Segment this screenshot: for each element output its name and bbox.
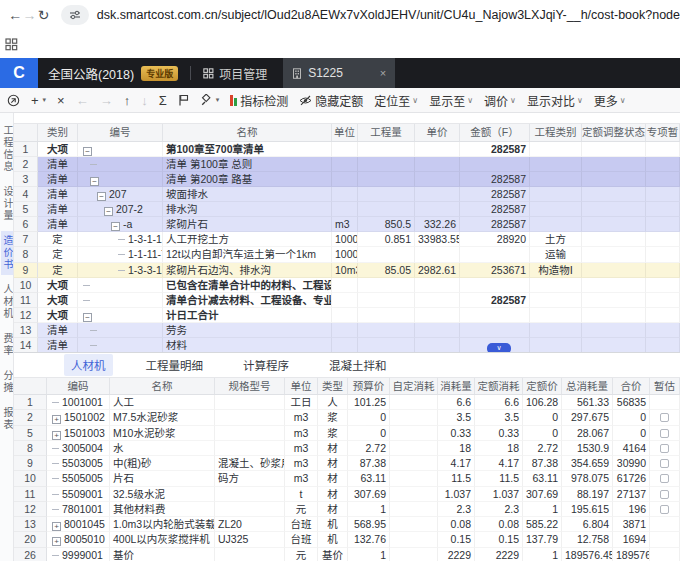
cell-budget-price[interactable]: 1: [348, 548, 390, 561]
expand-icon[interactable]: +: [52, 415, 61, 424]
cell-type[interactable]: 材: [318, 471, 348, 486]
cell-quota-adjust-status[interactable]: [582, 142, 646, 157]
cell-work-class[interactable]: [530, 278, 582, 293]
cell-amount[interactable]: [460, 247, 530, 262]
resource-row-11[interactable]: 11550900132.5级水泥t材307.691.0371.037307.69…: [14, 487, 680, 502]
cell-total-price[interactable]: 61726: [613, 471, 650, 486]
cell-amount[interactable]: [460, 323, 530, 338]
cell-consumption[interactable]: 18: [438, 441, 475, 456]
cell-amount[interactable]: [460, 157, 530, 172]
cost-row-7[interactable]: 7定1-3-1-1人工开挖土方1000m30.85133983.5528920土…: [14, 232, 680, 247]
cell-code[interactable]: −207: [78, 187, 163, 202]
cell-unit[interactable]: m3: [332, 217, 358, 232]
cell-category[interactable]: 大项: [38, 142, 78, 157]
cell-quantity[interactable]: 850.5: [358, 217, 415, 232]
cell-consumption[interactable]: 0.08: [438, 517, 475, 532]
cell-quota-adjust-status[interactable]: [582, 187, 646, 202]
cell-code[interactable]: 5509001: [47, 487, 110, 502]
cell-quantity[interactable]: [358, 278, 415, 293]
sum-icon[interactable]: Σ: [159, 94, 167, 107]
cell-quota-adjust-status[interactable]: [582, 232, 646, 247]
estimate-checkbox[interactable]: [660, 459, 669, 468]
cell-unit-price[interactable]: 332.26: [415, 217, 460, 232]
cell-unit[interactable]: m3: [285, 410, 318, 425]
cell-total-consumption[interactable]: 978.075: [562, 471, 613, 486]
cost-row-11[interactable]: 11大项清单合计减去材料、工程设备、专业工282587: [14, 293, 680, 308]
cell-quota-adjust-status[interactable]: [582, 338, 646, 352]
cell-code[interactable]: −: [78, 172, 163, 187]
cell-type[interactable]: 机: [318, 532, 348, 547]
expand-icon[interactable]: +: [52, 431, 61, 440]
browser-reload-icon[interactable]: ↻: [37, 7, 51, 23]
cell-category[interactable]: 定: [38, 263, 78, 278]
cell-unit-price[interactable]: [415, 323, 460, 338]
cell-total-consumption[interactable]: 1530.9: [562, 441, 613, 456]
cell-special-estimate[interactable]: [646, 232, 680, 247]
cell-unit-price[interactable]: 2982.61: [415, 263, 460, 278]
cell-code[interactable]: 9999001: [47, 548, 110, 561]
cell-spec[interactable]: [215, 441, 285, 456]
browser-back-icon[interactable]: ←: [8, 7, 22, 23]
sidebar-item-0[interactable]: 工程信息: [1, 121, 14, 177]
cell-budget-price[interactable]: 87.38: [348, 456, 390, 471]
cell-consumption[interactable]: 2229: [438, 548, 475, 561]
cell-amount[interactable]: [460, 308, 530, 323]
sidebar-item-1[interactable]: 设计量: [1, 182, 14, 226]
cell-code[interactable]: +8001045: [47, 517, 110, 532]
cell-quota-price[interactable]: 106.28: [523, 395, 562, 410]
cell-name[interactable]: 浆砌片石边沟、排水沟: [163, 263, 332, 278]
collapse-icon[interactable]: −: [90, 177, 99, 186]
cell-total-price[interactable]: 189576: [613, 548, 650, 561]
cell-consumption[interactable]: 0.15: [438, 532, 475, 547]
cell-name[interactable]: 1.0m3以内轮胎式装载机: [110, 517, 215, 532]
cell-amount[interactable]: 282587: [460, 202, 530, 217]
cell-unit-price[interactable]: [415, 187, 460, 202]
cell-quota-price[interactable]: 87.38: [523, 456, 562, 471]
collapse-icon[interactable]: −: [97, 192, 106, 201]
cell-estimate[interactable]: [650, 426, 680, 441]
cell-unit[interactable]: 1000m3: [332, 232, 358, 247]
cell-unit[interactable]: 元: [285, 502, 318, 517]
cell-name[interactable]: 片石: [110, 471, 215, 486]
cell-amount[interactable]: 28920: [460, 232, 530, 247]
cell-spec[interactable]: [215, 548, 285, 561]
cell-code[interactable]: [78, 293, 163, 308]
cell-unit[interactable]: 台班: [285, 517, 318, 532]
app-logo[interactable]: C: [0, 58, 38, 88]
cell-total-consumption[interactable]: 297.675: [562, 410, 613, 425]
cell-name[interactable]: 浆砌片石: [163, 217, 332, 232]
cell-work-class[interactable]: [530, 142, 582, 157]
cell-quantity[interactable]: [358, 142, 415, 157]
cell-work-class[interactable]: [530, 338, 582, 352]
cell-consumption[interactable]: 3.5: [438, 410, 475, 425]
resource-row-20[interactable]: 20+8005010400L以内灰浆搅拌机UJ325台班机132.760.150…: [14, 532, 680, 547]
cell-custom-consumption[interactable]: [390, 395, 438, 410]
resource-row-10[interactable]: 105505005片石码方m3材63.1111.511.563.11978.07…: [14, 471, 680, 486]
cell-unit-price[interactable]: [415, 278, 460, 293]
cell-unit[interactable]: [332, 172, 358, 187]
cell-total-consumption[interactable]: 189576.45: [562, 548, 613, 561]
cell-quantity[interactable]: [358, 338, 415, 352]
cell-total-consumption[interactable]: 354.659: [562, 456, 613, 471]
cell-category[interactable]: 大项: [38, 308, 78, 323]
cell-quantity[interactable]: 85.05: [358, 263, 415, 278]
cell-spec[interactable]: 混凝土、砂浆用堆方: [215, 456, 285, 471]
cell-unit[interactable]: 1000m3: [332, 247, 358, 262]
cell-quota-price[interactable]: 1: [523, 548, 562, 561]
cell-quantity[interactable]: 0.851: [358, 232, 415, 247]
cell-category[interactable]: 大项: [38, 278, 78, 293]
cell-code[interactable]: +1501002: [47, 410, 110, 425]
cell-custom-consumption[interactable]: [390, 456, 438, 471]
cell-unit[interactable]: 元: [285, 548, 318, 561]
cell-amount[interactable]: 282587: [460, 217, 530, 232]
cell-custom-consumption[interactable]: [390, 426, 438, 441]
cell-quota-adjust-status[interactable]: [582, 217, 646, 232]
cell-amount[interactable]: [460, 278, 530, 293]
cell-code[interactable]: [78, 278, 163, 293]
collapse-icon[interactable]: −: [83, 147, 92, 156]
cell-quota-consumption[interactable]: 0.15: [475, 532, 523, 547]
sidebar-item-2[interactable]: 造价书: [1, 231, 14, 275]
cell-category[interactable]: 清单: [38, 217, 78, 232]
cell-amount[interactable]: 282587: [460, 172, 530, 187]
cell-special-estimate[interactable]: [646, 308, 680, 323]
